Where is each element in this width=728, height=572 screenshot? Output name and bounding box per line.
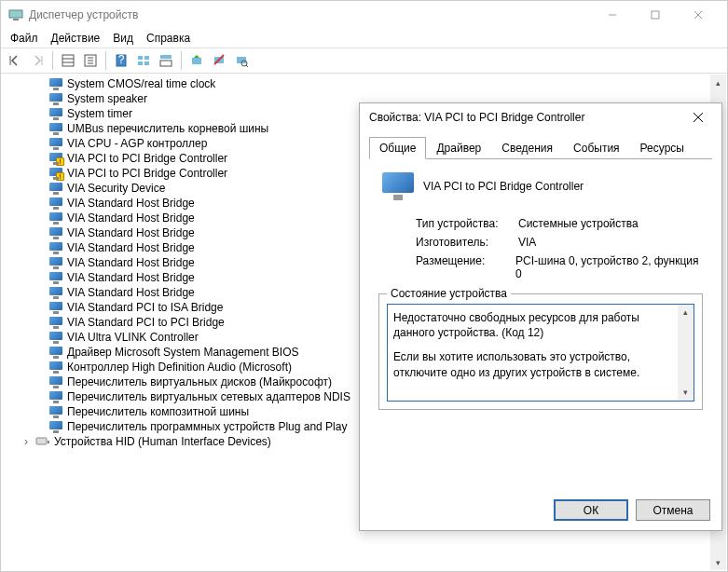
device-label: Контроллер High Definition Audio (Micros…: [67, 361, 292, 374]
warning-overlay-icon: !: [56, 157, 64, 166]
device-label: UMBus перечислитель корневой шины: [67, 122, 268, 135]
svg-rect-1: [13, 19, 19, 20]
dialog-titlebar: Свойства: VIA PCI to PCI Bridge Controll…: [360, 103, 721, 131]
prop-mfr-label: Изготовитель:: [416, 236, 518, 249]
monitor-icon: [48, 77, 63, 90]
hid-icon: [35, 435, 50, 448]
prop-loc-value: PCI-шина 0, устройство 2, функция 0: [515, 254, 703, 280]
monitor-icon: [48, 92, 63, 105]
prop-loc-label: Размещение:: [416, 254, 515, 280]
monitor-icon: !: [48, 152, 63, 165]
status-line2: Если вы хотите использовать это устройст…: [393, 349, 675, 379]
update-driver-button[interactable]: [186, 50, 207, 71]
dialog-buttons: ОК Отмена: [554, 499, 710, 521]
maximize-button[interactable]: [634, 1, 677, 29]
svg-rect-18: [144, 61, 149, 65]
device-status-fieldset: Состояние устройства Недостаточно свобод…: [378, 293, 703, 410]
svg-rect-27: [36, 438, 47, 444]
device-tree-item[interactable]: System CMOS/real time clock: [48, 76, 726, 91]
back-button[interactable]: [5, 50, 25, 71]
svg-rect-19: [160, 55, 172, 59]
device-label: VIA Standard Host Bridge: [67, 256, 195, 269]
device-label: VIA Standard Host Bridge: [67, 197, 195, 210]
status-legend: Состояние устройства: [387, 287, 511, 300]
device-name: VIA PCI to PCI Bridge Controller: [423, 180, 584, 193]
window-title: Диспетчер устройств: [29, 8, 591, 21]
minimize-button[interactable]: [591, 1, 634, 29]
monitor-icon: [48, 107, 63, 120]
device-label: Перечислитель композитной шины: [67, 405, 249, 418]
properties-dialog: Свойства: VIA PCI to PCI Bridge Controll…: [359, 102, 722, 531]
device-label: VIA CPU - AGP контроллер: [67, 137, 207, 150]
status-scroll-up[interactable]: ▴: [678, 305, 694, 320]
view-devices-by-connection-button[interactable]: [156, 50, 176, 71]
status-line1: Недостаточно свободных ресурсов для рабо…: [393, 310, 675, 340]
device-label: Перечислитель виртуальных сетевых адапте…: [67, 390, 350, 403]
monitor-icon: [48, 122, 63, 135]
warning-overlay-icon: !: [56, 172, 64, 181]
app-icon: [8, 7, 23, 22]
svg-rect-15: [138, 56, 143, 60]
device-label: Драйвер Microsoft System Management BIOS: [67, 346, 299, 359]
menu-file[interactable]: Файл: [10, 32, 38, 45]
forward-button[interactable]: [27, 50, 48, 71]
show-hide-tree-button[interactable]: [58, 50, 78, 71]
tab-details[interactable]: Сведения: [491, 137, 563, 159]
menu-help[interactable]: Справка: [146, 32, 190, 45]
window-controls: [591, 1, 720, 29]
dialog-tabs: Общие Драйвер Сведения События Ресурсы: [360, 131, 721, 159]
cancel-button[interactable]: Отмена: [636, 499, 710, 521]
device-label: System speaker: [67, 92, 147, 105]
tab-general[interactable]: Общие: [369, 137, 426, 159]
menu-action[interactable]: Действие: [51, 32, 101, 45]
monitor-icon: [48, 226, 63, 239]
tab-driver[interactable]: Драйвер: [426, 137, 491, 159]
expander-icon[interactable]: ›: [21, 435, 32, 448]
monitor-icon: [48, 301, 63, 314]
monitor-icon: [48, 346, 63, 359]
monitor-icon: [48, 375, 63, 388]
uninstall-device-button[interactable]: [209, 50, 229, 71]
close-button[interactable]: [677, 1, 720, 29]
monitor-icon: !: [48, 167, 63, 180]
device-label: VIA Standard Host Bridge: [67, 226, 195, 239]
category-label: Устройства HID (Human Interface Devices): [54, 435, 271, 448]
device-label: VIA PCI to PCI Bridge Controller: [67, 152, 227, 165]
device-label: VIA Standard PCI to PCI Bridge: [67, 316, 225, 329]
status-scrollbar[interactable]: ▴ ▾: [678, 305, 694, 401]
tab-resources[interactable]: Ресурсы: [630, 137, 694, 159]
help-button[interactable]: ?: [111, 50, 131, 71]
scan-hardware-button[interactable]: [231, 50, 252, 71]
tab-events[interactable]: События: [563, 137, 630, 159]
device-status-textbox[interactable]: Недостаточно свободных ресурсов для рабо…: [387, 304, 694, 402]
dialog-title: Свойства: VIA PCI to PCI Bridge Controll…: [369, 111, 684, 124]
prop-type-label: Тип устройства:: [416, 217, 518, 230]
monitor-icon: [48, 137, 63, 150]
toolbar: ?: [1, 48, 727, 74]
monitor-icon: [48, 271, 63, 284]
monitor-icon: [48, 241, 63, 254]
monitor-icon: [48, 182, 63, 195]
properties-button[interactable]: [80, 50, 101, 71]
titlebar: Диспетчер устройств: [1, 1, 727, 29]
svg-rect-17: [138, 61, 143, 65]
device-label: VIA PCI to PCI Bridge Controller: [67, 167, 227, 180]
dialog-close-button[interactable]: [684, 103, 712, 131]
svg-rect-20: [160, 61, 172, 66]
status-scroll-down[interactable]: ▾: [678, 385, 694, 401]
view-devices-by-type-button[interactable]: [133, 50, 154, 71]
monitor-icon: [48, 211, 63, 225]
prop-type-value: Системные устройства: [518, 217, 639, 230]
tab-body-general: VIA PCI to PCI Bridge Controller Тип уст…: [369, 158, 712, 484]
scroll-down-button[interactable]: ▾: [710, 554, 726, 570]
monitor-icon: [48, 316, 63, 329]
scroll-up-button[interactable]: ▴: [710, 75, 726, 90]
svg-rect-3: [652, 11, 659, 19]
monitor-icon: [48, 331, 63, 344]
menu-view[interactable]: Вид: [113, 32, 133, 45]
ok-button[interactable]: ОК: [554, 499, 628, 521]
device-label: VIA Standard Host Bridge: [67, 241, 195, 254]
svg-rect-16: [144, 56, 149, 60]
svg-rect-6: [62, 55, 74, 66]
svg-text:?: ?: [118, 53, 125, 66]
